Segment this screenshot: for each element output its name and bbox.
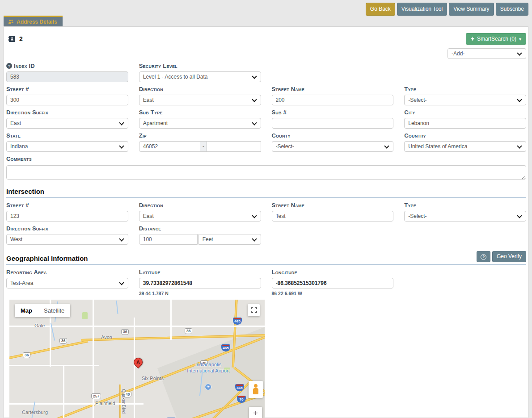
- int-street-no-label: Street #: [6, 202, 128, 209]
- county-label: County: [272, 132, 394, 139]
- street-no-input[interactable]: [6, 95, 128, 105]
- security-level-select[interactable]: Level 1 - Access to all Data: [139, 71, 261, 82]
- tab-bar: Address Details: [0, 16, 532, 26]
- tab-label: Address Details: [17, 19, 57, 25]
- spacer: [272, 59, 394, 82]
- reporting-area-select[interactable]: Test-Area: [6, 278, 128, 288]
- map-road: [63, 365, 64, 418]
- int-direction-suffix-label: Direction Suffix: [6, 225, 128, 232]
- add-select[interactable]: -Add-: [448, 48, 526, 59]
- map-label-airport: Indianapolis International Airport: [186, 361, 231, 374]
- city-input[interactable]: [404, 118, 526, 129]
- map-type-satellite-button[interactable]: Satellite: [38, 304, 70, 317]
- distance-label: Distance: [139, 225, 261, 232]
- latitude-label: Latitude: [139, 269, 261, 276]
- field-street-name: Street Name: [272, 82, 394, 105]
- geo-help-button[interactable]: ?: [477, 251, 490, 262]
- smartsearch-button[interactable]: SmartSearch (0) ▾: [466, 33, 526, 45]
- marker-letter: A: [136, 359, 140, 365]
- route-shield-us36: 36: [23, 352, 30, 358]
- visualization-tool-button[interactable]: Visualization Tool: [397, 3, 447, 16]
- map-road: [9, 365, 99, 366]
- sub-type-select[interactable]: Apartment: [139, 118, 261, 129]
- int-direction-suffix-select[interactable]: West: [6, 234, 128, 245]
- intersection-header: Intersection: [6, 188, 526, 195]
- field-int-direction: Direction East: [139, 198, 261, 222]
- country-select[interactable]: United States of America: [404, 141, 526, 152]
- route-shield-i465: 465: [235, 384, 244, 391]
- field-index-id: ? Index ID: [6, 59, 128, 82]
- longitude-input[interactable]: [272, 278, 394, 288]
- field-direction-suffix: Direction Suffix East: [6, 105, 128, 129]
- tab-address-details[interactable]: Address Details: [4, 16, 63, 27]
- type-select[interactable]: -Select-: [404, 95, 526, 105]
- map-road: [9, 326, 265, 327]
- map-label-plainfield: Plainfield: [95, 401, 115, 406]
- route-shield-us36: 36: [185, 328, 192, 334]
- map-creek: [116, 301, 118, 314]
- subscribe-button[interactable]: Subscribe: [496, 3, 528, 16]
- zip-ext-input[interactable]: [207, 141, 261, 152]
- zip-input[interactable]: [139, 141, 200, 152]
- map-type-map-button[interactable]: Map: [15, 304, 38, 317]
- address-details-panel: 2 SmartSearch (0) ▾ -Add- ? Index ID: [4, 26, 528, 418]
- int-type-select[interactable]: -Select-: [404, 211, 526, 222]
- field-reporting-area: Reporting Area Test-Area: [6, 265, 128, 296]
- int-street-no-input[interactable]: [6, 211, 128, 222]
- int-direction-select[interactable]: East: [139, 211, 261, 222]
- distance-input[interactable]: [139, 234, 198, 245]
- longitude-label: Longitude: [272, 269, 394, 276]
- map-road: [9, 340, 88, 359]
- add-select-wrapper: -Add-: [448, 48, 526, 59]
- state-select[interactable]: Indiana: [6, 141, 128, 152]
- latitude-input[interactable]: [139, 278, 261, 288]
- map-type-control: Map Satellite: [15, 304, 70, 317]
- field-street-no: Street #: [6, 82, 128, 105]
- sub-type-label: Sub Type: [139, 109, 261, 116]
- map-zoom-control: + −: [249, 407, 262, 418]
- view-summary-button[interactable]: View Summary: [449, 3, 494, 16]
- zoom-in-button[interactable]: +: [249, 407, 262, 418]
- route-shield-us36: 36: [121, 329, 129, 335]
- help-icon: ?: [481, 254, 486, 260]
- map-label-six-points: Six Points: [142, 376, 164, 381]
- sub-no-label: Sub #: [272, 109, 394, 116]
- street-name-input[interactable]: [272, 95, 394, 105]
- direction-suffix-select[interactable]: East: [6, 118, 128, 129]
- route-shield-us36: 36: [59, 338, 67, 344]
- field-state: State Indiana: [6, 129, 128, 152]
- route-shield-i465: 465: [221, 344, 230, 351]
- go-back-button[interactable]: Go Back: [366, 3, 395, 16]
- record-indicator: 2: [8, 35, 23, 42]
- top-toolbar: Go Back Visualization Tool View Summary …: [0, 0, 532, 16]
- distance-unit-select[interactable]: Feet: [198, 234, 261, 245]
- pegman-control[interactable]: [249, 381, 263, 398]
- sub-no-input[interactable]: [272, 118, 394, 129]
- direction-label: Direction: [139, 86, 261, 92]
- county-select[interactable]: -Select-: [272, 141, 394, 152]
- fullscreen-button[interactable]: [248, 304, 260, 316]
- map-road: [170, 300, 172, 340]
- state-label: State: [6, 132, 128, 139]
- field-city: City: [404, 105, 526, 129]
- google-map[interactable]: 36 36 36 36 40 40 40 257 465 465 465 70 …: [9, 300, 265, 418]
- direction-select[interactable]: East: [139, 95, 261, 105]
- index-id-input: [6, 71, 128, 82]
- type-label: Type: [404, 86, 526, 92]
- street-no-label: Street #: [6, 86, 128, 92]
- fullscreen-icon: [251, 307, 257, 313]
- int-street-name-input[interactable]: [272, 211, 394, 222]
- street-name-label: Street Name: [272, 86, 394, 92]
- help-icon[interactable]: ?: [6, 63, 12, 69]
- map-label-gale: Gale: [34, 323, 45, 328]
- field-county: County -Select-: [272, 129, 394, 152]
- address-book-icon: [8, 36, 16, 42]
- geo-verify-button[interactable]: Geo Verify: [492, 251, 526, 262]
- field-zip: Zip -: [139, 129, 261, 152]
- intersection-title: Intersection: [6, 188, 44, 195]
- comments-label: Comments: [6, 155, 526, 162]
- comments-textarea[interactable]: [6, 165, 526, 180]
- geo-title: Geographical Information: [6, 255, 88, 262]
- geo-header: Geographical Information ? Geo Verify: [6, 251, 526, 262]
- map-label-cartersburg: Cartersburg: [22, 410, 48, 415]
